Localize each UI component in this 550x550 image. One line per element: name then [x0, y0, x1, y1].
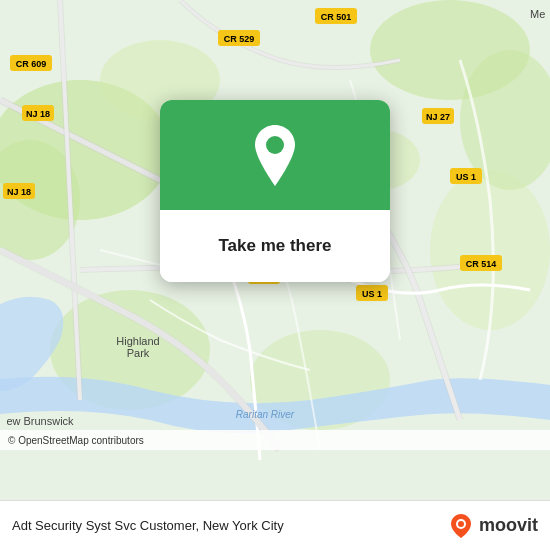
svg-text:Park: Park — [127, 347, 150, 359]
location-label: Adt Security Syst Svc Customer, New York… — [12, 518, 284, 533]
svg-text:US 1: US 1 — [362, 289, 382, 299]
attribution-bar: © OpenStreetMap contributors — [0, 430, 550, 450]
attribution-text: © OpenStreetMap contributors — [8, 435, 144, 446]
svg-text:CR 609: CR 609 — [16, 59, 47, 69]
moovit-brand-icon — [447, 512, 475, 540]
svg-point-37 — [458, 521, 464, 527]
popup-button-area: Take me there — [160, 210, 390, 282]
svg-text:NJ 18: NJ 18 — [7, 187, 31, 197]
popup-header — [160, 100, 390, 210]
svg-text:Me: Me — [530, 8, 545, 20]
svg-text:NJ 18: NJ 18 — [26, 109, 50, 119]
svg-text:ew Brunswick: ew Brunswick — [6, 415, 74, 427]
svg-text:CR 514: CR 514 — [466, 259, 497, 269]
svg-text:NJ 27: NJ 27 — [426, 112, 450, 122]
svg-text:US 1: US 1 — [456, 172, 476, 182]
svg-point-35 — [266, 136, 284, 154]
take-me-there-button[interactable]: Take me there — [176, 224, 374, 268]
svg-text:Raritan River: Raritan River — [236, 409, 295, 420]
bottom-bar: Adt Security Syst Svc Customer, New York… — [0, 500, 550, 550]
svg-text:Highland: Highland — [116, 335, 159, 347]
moovit-logo: moovit — [447, 512, 538, 540]
svg-text:CR 529: CR 529 — [224, 34, 255, 44]
map-container: CR 501 CR 529 CR 609 NJ 18 NJ 18 NJ 27 N… — [0, 0, 550, 500]
moovit-brand-text: moovit — [479, 515, 538, 536]
svg-text:CR 501: CR 501 — [321, 12, 352, 22]
location-pin-icon — [250, 123, 300, 188]
popup-card: Take me there — [160, 100, 390, 282]
